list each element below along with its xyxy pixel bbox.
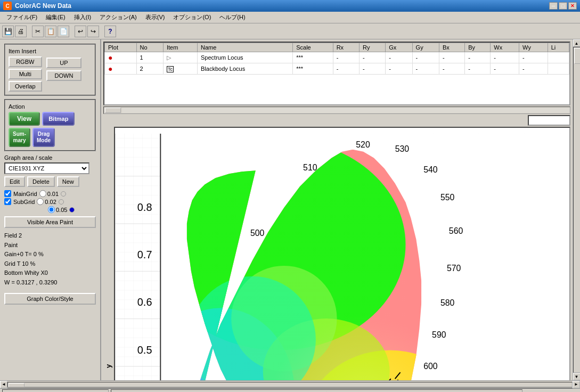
action-label: Action [9, 103, 92, 110]
summary-button[interactable]: Sum-mary [9, 128, 30, 147]
close-button[interactable]: ✕ [568, 2, 577, 10]
maximize-button[interactable]: □ [559, 2, 567, 10]
radio-002[interactable] [37, 198, 44, 205]
graph-scale-section: Graph area / scale CIE1931 XYZ CIE1976 U… [4, 154, 96, 228]
row1-ry: - [359, 52, 385, 63]
field-line: Field 2 [4, 231, 96, 241]
row1-no: 1 [136, 52, 163, 63]
main-grid-checkbox[interactable] [4, 190, 11, 197]
hscroll-track[interactable] [7, 382, 573, 387]
multi-button[interactable]: Multi [9, 69, 42, 79]
edit-button[interactable]: Edit [4, 176, 25, 187]
down-button[interactable]: DOWN [46, 70, 82, 81]
drag-mode-button[interactable]: DragMode [32, 128, 55, 147]
radio-001[interactable] [39, 190, 46, 197]
data-table-wrapper: Plot No Item Name Scale Rx Ry Gx Gy Bx B… [103, 42, 570, 105]
print-button[interactable]: 🖨 [15, 26, 27, 37]
table-hscrollbar[interactable] [103, 107, 570, 114]
row1-by: - [465, 52, 491, 63]
col-wx: Wx [491, 43, 519, 52]
menu-action[interactable]: アクション(A) [95, 12, 141, 22]
radio-005[interactable] [48, 206, 55, 213]
table-hscroll-thumb[interactable] [105, 108, 121, 113]
vscroll-down-button[interactable]: ▼ [573, 373, 581, 380]
window-controls[interactable]: ─ □ ✕ [549, 2, 577, 10]
graph-input-field[interactable] [528, 115, 570, 126]
menu-help[interactable]: ヘルプ(H) [215, 12, 249, 22]
menu-insert[interactable]: 挿入(I) [70, 12, 95, 22]
col-wy: Wy [519, 43, 548, 52]
menu-edit[interactable]: 編集(E) [42, 12, 70, 22]
col-gx: Gx [386, 43, 412, 52]
new-button[interactable]: New [57, 176, 79, 187]
item-insert-label: Item Insert [9, 48, 92, 54]
bottom-hscrollbar[interactable]: ◄ ► [0, 380, 580, 388]
y-axis-label-container: y [103, 127, 114, 380]
data-table: Plot No Item Name Scale Rx Ry Gx Gy Bx B… [104, 43, 569, 75]
app-icon: C [3, 2, 12, 10]
menu-file[interactable]: ファイル(F) [2, 12, 42, 22]
table-row[interactable]: ● 1 ▷ Spectrum Locus *** - - - - - - - - [105, 52, 569, 63]
undo-button[interactable]: ↩ [75, 26, 86, 37]
right-content: Plot No Item Name Scale Rx Ry Gx Gy Bx B… [101, 39, 573, 380]
svg-text:600: 600 [423, 362, 438, 371]
y-axis-label: y [104, 364, 112, 368]
radio-001-value: 0.01 [47, 191, 59, 197]
menu-view[interactable]: 表示(V) [141, 12, 169, 22]
row2-name: Blackbody Locus [198, 63, 293, 75]
redo-button[interactable]: ↪ [87, 26, 99, 37]
cie-diagram-svg: 0.0 0.1 0.2 0.3 0.4 0.5 0.6 0.7 X 0.0 0.… [115, 128, 569, 380]
graph-color-style-button[interactable]: Graph Color/Style [4, 293, 96, 305]
hscroll-right-button[interactable]: ► [573, 381, 580, 388]
radio-001-dot [61, 191, 66, 197]
visible-area-paint-button[interactable]: Visible Area Paint [4, 216, 96, 228]
copy-button[interactable]: 📋 [45, 26, 56, 37]
svg-text:0.6: 0.6 [137, 296, 152, 308]
row1-gx: - [386, 52, 412, 63]
row1-name: Spectrum Locus [198, 52, 293, 63]
table-row[interactable]: ● 2 Tc Blackbody Locus *** - - - - - - -… [105, 63, 569, 75]
overlap-button[interactable]: Overlap [9, 81, 42, 92]
rgbw-button[interactable]: RGBW [9, 56, 42, 67]
right-vscrollbar[interactable]: ▲ ▼ [573, 39, 580, 380]
delete-button[interactable]: Delete [27, 176, 55, 187]
radio-002-value: 0.02 [45, 199, 56, 205]
svg-text:550: 550 [440, 193, 455, 202]
title-bar: C ColorAC New Data ─ □ ✕ [0, 0, 580, 12]
sub-grid-label: SubGrid [13, 199, 35, 205]
bitmap-button[interactable]: Bitmap [42, 112, 75, 126]
field-info: Field 2 Paint Gain+0 T= 0 % Grid T 10 % … [4, 231, 96, 288]
col-scale: Scale [293, 43, 333, 52]
table-hscroll-track[interactable] [122, 108, 570, 113]
minimize-button[interactable]: ─ [549, 2, 558, 10]
graph-scale-select[interactable]: CIE1931 XYZ CIE1976 UCS Custom [4, 162, 89, 174]
vscroll-track[interactable] [573, 47, 581, 373]
row1-gy: - [412, 52, 439, 63]
cut-button[interactable]: ✂ [32, 26, 44, 37]
radio-001-label: 0.01 [39, 190, 66, 197]
radio-002-dot [59, 199, 64, 205]
col-li: Li [548, 43, 569, 52]
hscroll-thumb[interactable] [9, 383, 24, 387]
sub-grid-checkbox[interactable] [4, 198, 11, 205]
col-item: Item [163, 43, 197, 52]
view-button[interactable]: View [9, 112, 40, 126]
row1-wx: - [491, 52, 519, 63]
vscroll-thumb[interactable] [574, 48, 581, 64]
hscroll-left-button[interactable]: ◄ [0, 381, 7, 388]
row2-item: Tc [163, 63, 197, 75]
row1-plot: ● [105, 52, 137, 63]
paste-button[interactable]: 📄 [58, 26, 69, 37]
row1-item: ▷ [163, 52, 197, 63]
row1-rx: - [333, 52, 359, 63]
row2-bx: - [439, 63, 465, 75]
menu-options[interactable]: オプション(O) [169, 12, 215, 22]
row2-gx: - [386, 63, 412, 75]
save-button[interactable]: 💾 [2, 26, 14, 37]
col-no: No [136, 43, 163, 52]
help-button[interactable]: ? [104, 26, 116, 37]
main-grid-label: MainGrid [13, 191, 37, 197]
vscroll-up-button[interactable]: ▲ [573, 39, 581, 47]
svg-text:0.8: 0.8 [137, 201, 152, 213]
up-button[interactable]: UP [46, 58, 82, 68]
